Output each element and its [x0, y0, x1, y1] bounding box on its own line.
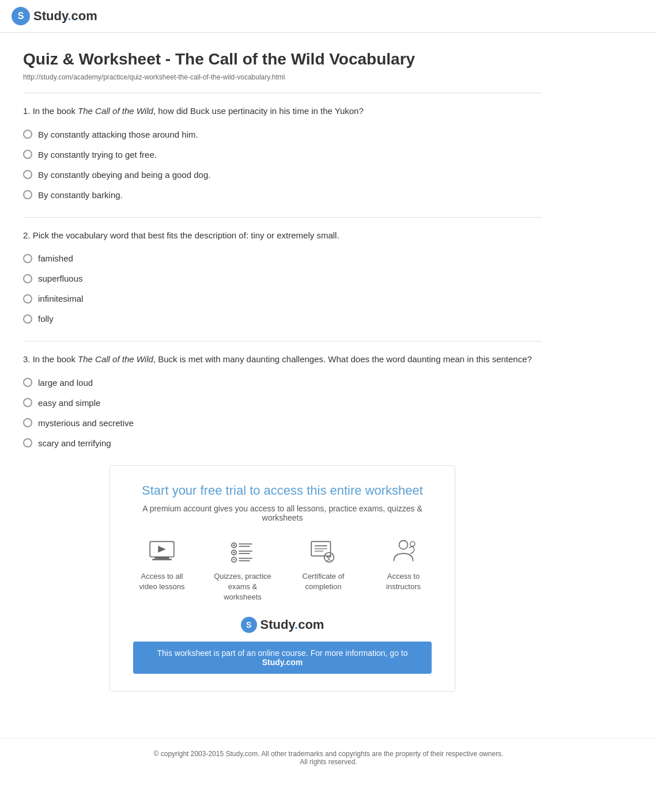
q2-option-3[interactable]: infinitesimal: [23, 294, 542, 303]
q3-option-3[interactable]: mysterious and secretive: [23, 418, 542, 428]
promo-box: Start your free trial to access this ent…: [110, 465, 455, 692]
footer-line2: All rights reserved.: [12, 758, 645, 766]
q2-text-plain: Pick the vocabulary word that best fits …: [33, 230, 339, 240]
page-url: http://study.com/academy/practice/quiz-w…: [23, 73, 542, 81]
feature-quizzes: Quizzes, practice exams & worksheets: [214, 537, 271, 603]
feature-certificate-label: Certificate of completion: [294, 571, 352, 592]
promo-subtitle: A premium account gives you access to al…: [133, 504, 432, 522]
q3-radio-1[interactable]: [23, 378, 32, 387]
q2-radio-3[interactable]: [23, 294, 32, 303]
video-icon: [145, 537, 179, 566]
question-3-options: large and loud easy and simple mysteriou…: [23, 378, 542, 448]
question-2-block: 2. Pick the vocabulary word that best fi…: [23, 229, 542, 324]
q1-option-1[interactable]: By constantly attacking those around him…: [23, 130, 542, 139]
question-1-options: By constantly attacking those around him…: [23, 130, 542, 200]
question-3-block: 3. In the book The Call of the Wild, Buc…: [23, 353, 542, 448]
q2-label-3: infinitesimal: [38, 294, 83, 303]
question-1-text: 1. In the book The Call of the Wild, how…: [23, 105, 542, 118]
question-2-options: famished superfluous infinitesimal folly: [23, 253, 542, 324]
q3-label-2: easy and simple: [38, 398, 100, 408]
q1-number: 1: [23, 106, 28, 116]
q1-text-italic: The Call of the Wild: [78, 106, 153, 116]
question-2-text: 2. Pick the vocabulary word that best fi…: [23, 229, 542, 242]
q1-radio-1[interactable]: [23, 130, 32, 139]
q3-option-1[interactable]: large and loud: [23, 378, 542, 388]
feature-instructors: Access to instructors: [375, 537, 432, 603]
q1-radio-4[interactable]: [23, 190, 32, 199]
feature-instructors-label: Access to instructors: [375, 571, 432, 592]
svg-line-24: [327, 559, 329, 561]
q1-text-before: In the book: [33, 106, 78, 116]
site-footer: © copyright 2003-2015 Study.com. All oth…: [0, 738, 657, 777]
q3-option-2[interactable]: easy and simple: [23, 398, 542, 408]
q2-number: 2: [23, 230, 28, 240]
feature-video: Access to all video lessons: [133, 537, 191, 603]
promo-logo-text: Study.com: [260, 617, 324, 632]
promo-title: Start your free trial to access this ent…: [133, 483, 432, 498]
promo-logo[interactable]: S Study.com: [133, 617, 432, 633]
instructor-icon: [386, 537, 421, 566]
site-header: S Study.com: [0, 0, 657, 33]
q1-label-3: By constantly obeying and being a good d…: [38, 170, 210, 180]
q2-divider: [23, 341, 542, 342]
promo-logo-com: com: [298, 617, 324, 632]
q2-label-1: famished: [38, 253, 73, 263]
feature-quizzes-label: Quizzes, practice exams & worksheets: [214, 571, 271, 603]
logo-icon: S: [12, 7, 30, 25]
feature-certificate: Certificate of completion: [294, 537, 352, 603]
q3-radio-3[interactable]: [23, 418, 32, 427]
q1-label-1: By constantly attacking those around him…: [38, 130, 198, 139]
q2-radio-1[interactable]: [23, 254, 32, 263]
logo-study-text: Study: [33, 9, 67, 23]
svg-rect-2: [152, 559, 171, 560]
q2-option-2[interactable]: superfluous: [23, 274, 542, 283]
svg-marker-3: [158, 545, 165, 552]
promo-cta-text: This worksheet is part of an online cour…: [157, 648, 408, 658]
svg-line-25: [329, 559, 331, 561]
main-content: Quiz & Worksheet - The Call of the Wild …: [0, 33, 565, 726]
q2-radio-2[interactable]: [23, 274, 32, 283]
q1-text-after: , how did Buck use pertinacity in his ti…: [153, 106, 364, 116]
q2-radio-4[interactable]: [23, 314, 32, 324]
logo-text: Study.com: [33, 9, 97, 24]
q2-label-2: superfluous: [38, 274, 83, 283]
svg-point-26: [399, 540, 408, 549]
q1-radio-3[interactable]: [23, 170, 32, 179]
site-logo[interactable]: S Study.com: [12, 7, 97, 25]
q3-text-after: , Buck is met with many daunting challen…: [153, 354, 532, 364]
svg-point-27: [410, 541, 415, 546]
footer-line1: © copyright 2003-2015 Study.com. All oth…: [12, 750, 645, 758]
logo-com-text: com: [71, 9, 97, 23]
feature-video-label: Access to all video lessons: [133, 571, 191, 592]
list-icon: [225, 537, 260, 566]
q1-label-4: By constantly barking.: [38, 190, 123, 200]
q3-label-3: mysterious and secretive: [38, 418, 134, 428]
q1-divider: [23, 217, 542, 218]
question-1-block: 1. In the book The Call of the Wild, how…: [23, 105, 542, 200]
q1-radio-2[interactable]: [23, 150, 32, 159]
q2-option-1[interactable]: famished: [23, 253, 542, 263]
q2-option-4[interactable]: folly: [23, 314, 542, 324]
header-divider: [23, 93, 542, 93]
q3-radio-4[interactable]: [23, 438, 32, 447]
q1-option-3[interactable]: By constantly obeying and being a good d…: [23, 170, 542, 180]
q1-option-4[interactable]: By constantly barking.: [23, 190, 542, 200]
svg-rect-1: [155, 557, 169, 559]
q2-label-4: folly: [38, 314, 54, 324]
certificate-icon: [306, 537, 341, 566]
q3-radio-2[interactable]: [23, 398, 32, 407]
promo-logo-icon: S: [241, 617, 257, 633]
q3-number: 3: [23, 354, 28, 364]
promo-cta-banner[interactable]: This worksheet is part of an online cour…: [133, 642, 432, 674]
q3-label-4: scary and terrifying: [38, 438, 111, 448]
q3-text-italic: The Call of the Wild: [78, 354, 153, 364]
q1-option-2[interactable]: By constantly trying to get free.: [23, 150, 542, 160]
promo-features: Access to all video lessons: [133, 537, 432, 603]
q3-option-4[interactable]: scary and terrifying: [23, 438, 542, 448]
q1-label-2: By constantly trying to get free.: [38, 150, 157, 160]
page-title: Quiz & Worksheet - The Call of the Wild …: [23, 50, 542, 69]
promo-cta-link[interactable]: Study.com: [262, 658, 303, 667]
q3-label-1: large and loud: [38, 378, 93, 388]
question-3-text: 3. In the book The Call of the Wild, Buc…: [23, 353, 542, 366]
promo-logo-study: Study: [260, 617, 294, 632]
